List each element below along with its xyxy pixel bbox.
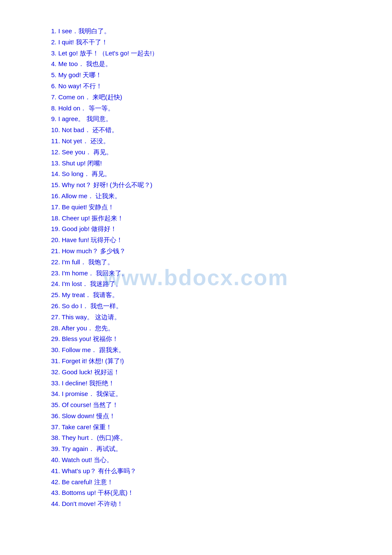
list-item: 29. Bless you! 祝福你！ xyxy=(51,333,358,344)
list-item: 5. My god! 天哪！ xyxy=(51,69,358,81)
list-item: 8. Hold on． 等一等。 xyxy=(51,103,358,114)
list-item: 4. Me too． 我也是。 xyxy=(51,58,358,69)
list-item: 41. What's up？ 有什么事吗？ xyxy=(51,465,358,477)
list-item: 15. Why not？ 好呀! (为什么不呢？) xyxy=(51,179,358,191)
list-item: 28. After you． 您先。 xyxy=(51,323,358,334)
list-item: 10. Not bad． 还不错。 xyxy=(51,124,358,136)
list-item: 40. Watch out! 当心。 xyxy=(51,454,358,465)
list-item: 33. I decline! 我拒绝！ xyxy=(51,378,358,389)
list-item: 21. How much？ 多少钱？ xyxy=(51,246,358,257)
phrase-list: 1. I see．我明白了。2. I quit! 我不干了！3. Let go!… xyxy=(51,26,358,509)
list-item: 22. I'm full． 我饱了。 xyxy=(51,257,358,268)
list-item: 27. This way。 这边请。 xyxy=(51,312,358,323)
list-item: 32. Good luck! 祝好运！ xyxy=(51,367,358,378)
list-item: 25. My treat． 我请客。 xyxy=(51,289,358,301)
list-item: 17. Be quiet! 安静点！ xyxy=(51,202,358,213)
list-item: 11. Not yet． 还没。 xyxy=(51,136,358,147)
list-item: 19. Good job! 做得好！ xyxy=(51,223,358,234)
list-item: 14. So long． 再见。 xyxy=(51,168,358,179)
list-item: 34. I promise． 我保证。 xyxy=(51,388,358,399)
list-item: 43. Bottoms up! 干杯(见底)！ xyxy=(51,487,358,498)
list-item: 9. I agree。 我同意。 xyxy=(51,113,358,124)
list-item: 6. No way! 不行！ xyxy=(51,81,358,92)
list-item: 16. Allow me． 让我来。 xyxy=(51,191,358,202)
list-item: 38. They hurt． (伤口)疼。 xyxy=(51,432,358,443)
list-item: 18. Cheer up! 振作起来！ xyxy=(51,213,358,224)
list-item: 26. So do I． 我也一样。 xyxy=(51,301,358,312)
list-item: 7. Come on． 来吧(赶快) xyxy=(51,92,358,103)
list-item: 3. Let go! 放手！（Let's go! 一起去!） xyxy=(51,48,358,59)
list-item: 1. I see．我明白了。 xyxy=(51,26,358,37)
list-item: 31. Forget it! 休想! (算了!) xyxy=(51,356,358,367)
list-item: 23. I'm home． 我回来了。 xyxy=(51,268,358,279)
list-item: 12. See you． 再见。 xyxy=(51,147,358,158)
list-item: 44. Don't move! 不许动！ xyxy=(51,498,358,509)
list-item: 37. Take care! 保重！ xyxy=(51,422,358,433)
list-item: 30. Follow me． 跟我来。 xyxy=(51,344,358,356)
list-item: 35. Of course! 当然了！ xyxy=(51,399,358,410)
list-item: 36. Slow down! 慢点！ xyxy=(51,410,358,422)
list-item: 24. I'm lost． 我迷路了。 xyxy=(51,278,358,289)
list-item: 39. Try again． 再试试。 xyxy=(51,443,358,454)
list-item: 42. Be careful! 注意！ xyxy=(51,477,358,488)
list-item: 2. I quit! 我不干了！ xyxy=(51,37,358,48)
list-item: 20. Have fun! 玩得开心！ xyxy=(51,234,358,246)
list-item: 13. Shut up! 闭嘴! xyxy=(51,158,358,169)
